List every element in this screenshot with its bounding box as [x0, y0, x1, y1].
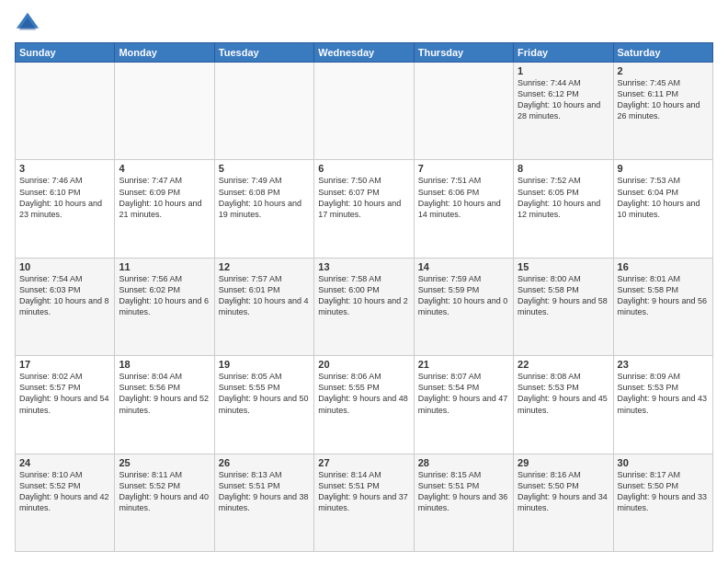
- day-number: 3: [19, 163, 110, 174]
- day-info: Sunrise: 7:59 AMSunset: 5:59 PMDaylight:…: [418, 273, 509, 318]
- day-number: 21: [418, 359, 509, 370]
- day-info: Sunrise: 7:45 AMSunset: 6:11 PMDaylight:…: [618, 77, 709, 122]
- calendar-cell: 12Sunrise: 7:57 AMSunset: 6:01 PMDayligh…: [214, 258, 313, 355]
- day-info: Sunrise: 8:01 AMSunset: 5:58 PMDaylight:…: [618, 273, 709, 318]
- day-info: Sunrise: 8:09 AMSunset: 5:53 PMDaylight:…: [618, 371, 709, 416]
- calendar-cell: [314, 63, 414, 160]
- logo-icon: [15, 11, 40, 37]
- day-info: Sunrise: 7:52 AMSunset: 6:05 PMDaylight:…: [518, 175, 609, 220]
- calendar-cell: 28Sunrise: 8:15 AMSunset: 5:51 PMDayligh…: [414, 454, 513, 551]
- day-number: 12: [219, 261, 310, 272]
- day-info: Sunrise: 7:50 AMSunset: 6:07 PMDaylight:…: [318, 175, 409, 220]
- day-number: 4: [119, 163, 210, 174]
- day-number: 27: [318, 457, 409, 468]
- calendar-week-row: 24Sunrise: 8:10 AMSunset: 5:52 PMDayligh…: [16, 454, 713, 551]
- day-number: 17: [19, 359, 110, 370]
- day-info: Sunrise: 8:14 AMSunset: 5:51 PMDaylight:…: [318, 469, 409, 514]
- day-info: Sunrise: 8:07 AMSunset: 5:54 PMDaylight:…: [418, 371, 509, 416]
- calendar-cell: 17Sunrise: 8:02 AMSunset: 5:57 PMDayligh…: [16, 356, 115, 454]
- day-number: 7: [418, 163, 509, 174]
- day-info: Sunrise: 8:13 AMSunset: 5:51 PMDaylight:…: [219, 469, 310, 514]
- day-number: 2: [618, 65, 709, 76]
- day-number: 14: [418, 261, 509, 272]
- calendar-cell: 26Sunrise: 8:13 AMSunset: 5:51 PMDayligh…: [214, 454, 313, 551]
- day-number: 26: [219, 457, 310, 468]
- day-number: 22: [518, 359, 609, 370]
- calendar-cell: 9Sunrise: 7:53 AMSunset: 6:04 PMDaylight…: [613, 160, 712, 258]
- day-info: Sunrise: 8:10 AMSunset: 5:52 PMDaylight:…: [19, 469, 110, 514]
- day-number: 23: [618, 359, 709, 370]
- calendar-cell: 14Sunrise: 7:59 AMSunset: 5:59 PMDayligh…: [414, 258, 513, 355]
- calendar-cell: [16, 63, 115, 160]
- calendar-cell: 24Sunrise: 8:10 AMSunset: 5:52 PMDayligh…: [16, 454, 115, 551]
- calendar-cell: 8Sunrise: 7:52 AMSunset: 6:05 PMDaylight…: [514, 160, 613, 258]
- day-number: 9: [618, 163, 709, 174]
- day-info: Sunrise: 8:16 AMSunset: 5:50 PMDaylight:…: [518, 469, 609, 514]
- calendar-weekday-thursday: Thursday: [414, 43, 513, 63]
- calendar-cell: 27Sunrise: 8:14 AMSunset: 5:51 PMDayligh…: [314, 454, 414, 551]
- day-number: 19: [219, 359, 310, 370]
- day-info: Sunrise: 7:57 AMSunset: 6:01 PMDaylight:…: [219, 273, 310, 318]
- calendar-weekday-wednesday: Wednesday: [314, 43, 414, 63]
- calendar-cell: 23Sunrise: 8:09 AMSunset: 5:53 PMDayligh…: [613, 356, 712, 454]
- day-number: 16: [618, 261, 709, 272]
- calendar-cell: 1Sunrise: 7:44 AMSunset: 6:12 PMDaylight…: [514, 63, 613, 160]
- calendar-cell: 15Sunrise: 8:00 AMSunset: 5:58 PMDayligh…: [514, 258, 613, 355]
- day-info: Sunrise: 8:17 AMSunset: 5:50 PMDaylight:…: [618, 469, 709, 514]
- day-number: 29: [518, 457, 609, 468]
- calendar-cell: 22Sunrise: 8:08 AMSunset: 5:53 PMDayligh…: [514, 356, 613, 454]
- day-info: Sunrise: 8:00 AMSunset: 5:58 PMDaylight:…: [518, 273, 609, 318]
- header: [15, 11, 713, 37]
- day-info: Sunrise: 7:49 AMSunset: 6:08 PMDaylight:…: [219, 175, 310, 220]
- day-number: 1: [518, 65, 609, 76]
- day-number: 15: [518, 261, 609, 272]
- day-number: 11: [119, 261, 210, 272]
- calendar-cell: 10Sunrise: 7:54 AMSunset: 6:03 PMDayligh…: [16, 258, 115, 355]
- day-number: 10: [19, 261, 110, 272]
- calendar-cell: 21Sunrise: 8:07 AMSunset: 5:54 PMDayligh…: [414, 356, 513, 454]
- day-info: Sunrise: 7:46 AMSunset: 6:10 PMDaylight:…: [19, 175, 110, 220]
- day-number: 5: [219, 163, 310, 174]
- calendar-cell: 18Sunrise: 8:04 AMSunset: 5:56 PMDayligh…: [115, 356, 214, 454]
- calendar-weekday-tuesday: Tuesday: [214, 43, 313, 63]
- calendar-week-row: 3Sunrise: 7:46 AMSunset: 6:10 PMDaylight…: [16, 160, 713, 258]
- day-number: 20: [318, 359, 409, 370]
- day-info: Sunrise: 7:47 AMSunset: 6:09 PMDaylight:…: [119, 175, 210, 220]
- calendar-cell: 20Sunrise: 8:06 AMSunset: 5:55 PMDayligh…: [314, 356, 414, 454]
- day-info: Sunrise: 7:56 AMSunset: 6:02 PMDaylight:…: [119, 273, 210, 318]
- day-info: Sunrise: 7:51 AMSunset: 6:06 PMDaylight:…: [418, 175, 509, 220]
- calendar-cell: 25Sunrise: 8:11 AMSunset: 5:52 PMDayligh…: [115, 454, 214, 551]
- calendar-cell: [414, 63, 513, 160]
- calendar-table: SundayMondayTuesdayWednesdayThursdayFrid…: [15, 42, 713, 552]
- calendar-weekday-saturday: Saturday: [613, 43, 712, 63]
- day-number: 18: [119, 359, 210, 370]
- calendar-week-row: 1Sunrise: 7:44 AMSunset: 6:12 PMDaylight…: [16, 63, 713, 160]
- calendar-cell: 3Sunrise: 7:46 AMSunset: 6:10 PMDaylight…: [16, 160, 115, 258]
- calendar-cell: 6Sunrise: 7:50 AMSunset: 6:07 PMDaylight…: [314, 160, 414, 258]
- day-number: 24: [19, 457, 110, 468]
- calendar-cell: 16Sunrise: 8:01 AMSunset: 5:58 PMDayligh…: [613, 258, 712, 355]
- day-number: 6: [318, 163, 409, 174]
- day-info: Sunrise: 8:02 AMSunset: 5:57 PMDaylight:…: [19, 371, 110, 416]
- day-info: Sunrise: 7:44 AMSunset: 6:12 PMDaylight:…: [518, 77, 609, 122]
- calendar-week-row: 17Sunrise: 8:02 AMSunset: 5:57 PMDayligh…: [16, 356, 713, 454]
- day-number: 13: [318, 261, 409, 272]
- calendar-week-row: 10Sunrise: 7:54 AMSunset: 6:03 PMDayligh…: [16, 258, 713, 355]
- calendar-cell: 4Sunrise: 7:47 AMSunset: 6:09 PMDaylight…: [115, 160, 214, 258]
- day-number: 25: [119, 457, 210, 468]
- calendar-cell: 13Sunrise: 7:58 AMSunset: 6:00 PMDayligh…: [314, 258, 414, 355]
- day-info: Sunrise: 8:06 AMSunset: 5:55 PMDaylight:…: [318, 371, 409, 416]
- calendar-header-row: SundayMondayTuesdayWednesdayThursdayFrid…: [16, 43, 713, 63]
- calendar-weekday-monday: Monday: [115, 43, 214, 63]
- day-info: Sunrise: 7:58 AMSunset: 6:00 PMDaylight:…: [318, 273, 409, 318]
- day-number: 8: [518, 163, 609, 174]
- day-info: Sunrise: 8:15 AMSunset: 5:51 PMDaylight:…: [418, 469, 509, 514]
- day-info: Sunrise: 8:08 AMSunset: 5:53 PMDaylight:…: [518, 371, 609, 416]
- calendar-cell: 29Sunrise: 8:16 AMSunset: 5:50 PMDayligh…: [514, 454, 613, 551]
- calendar-cell: 30Sunrise: 8:17 AMSunset: 5:50 PMDayligh…: [613, 454, 712, 551]
- day-number: 30: [618, 457, 709, 468]
- logo: [15, 11, 44, 37]
- calendar-cell: 7Sunrise: 7:51 AMSunset: 6:06 PMDaylight…: [414, 160, 513, 258]
- day-info: Sunrise: 8:11 AMSunset: 5:52 PMDaylight:…: [119, 469, 210, 514]
- calendar-weekday-friday: Friday: [514, 43, 613, 63]
